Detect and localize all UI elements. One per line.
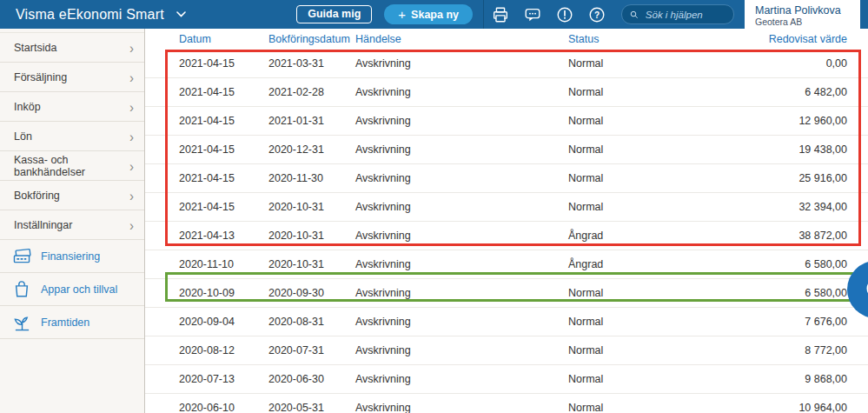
sidebar-item-finansiering[interactable]: Finansiering — [0, 240, 144, 273]
svg-text:?: ? — [593, 10, 599, 19]
printer-icon[interactable] — [483, 0, 516, 29]
table-row[interactable]: 2021-04-15 2020-11-30 Avskrivning Normal… — [145, 164, 868, 193]
table-row[interactable]: 2020-06-10 2020-05-31 Avskrivning Normal… — [145, 394, 868, 413]
cell-handelse: Avskrivning — [355, 143, 568, 156]
cell-datum: 2020-10-09 — [179, 287, 268, 299]
sidebar-item-label: Bokföring — [14, 190, 60, 202]
search-input[interactable] — [644, 9, 726, 21]
user-menu[interactable]: Martina Polivkova Geotera AB — [745, 0, 868, 30]
sidebar-item-label: Kassa- och bankhändelser — [14, 154, 129, 178]
cell-redovisat-varde: 8 772,00 — [747, 344, 847, 356]
sidebar-item-inst-llningar[interactable]: Inställningar › — [0, 210, 144, 240]
sidebar-item-kassa-och-bankh-ndelser[interactable]: Kassa- och bankhändelser › — [0, 151, 144, 181]
cell-redovisat-varde: 25 916,00 — [747, 172, 847, 184]
sidebar-item-appar-och-tillval[interactable]: Appar och tillval — [0, 273, 144, 306]
chevron-right-icon: › — [129, 188, 134, 203]
sidebar: Startsida › Försäljning › Inköp › Lön › … — [0, 29, 145, 413]
top-bar: Visma eEkonomi Smart Guida mig + Skapa n… — [0, 0, 868, 29]
chevron-right-icon: › — [129, 129, 134, 143]
column-header-h-ndelse[interactable]: Händelse — [355, 33, 568, 45]
cell-datum: 2020-08-12 — [179, 344, 268, 356]
sidebar-item-f-rs-ljning[interactable]: Försäljning › — [0, 63, 144, 92]
cell-bokforingsdatum: 2020-05-31 — [268, 402, 355, 413]
column-header-status[interactable]: Status — [568, 33, 747, 45]
cash-icon — [12, 247, 31, 266]
cell-bokforingsdatum: 2020-10-31 — [268, 258, 355, 270]
table-row[interactable]: 2020-08-12 2020-07-31 Avskrivning Normal… — [145, 336, 868, 365]
user-company: Geotera AB — [755, 17, 858, 27]
cell-status: Normal — [568, 402, 747, 413]
sidebar-tool-label: Appar och tillval — [41, 283, 117, 296]
shopping-bag-icon — [12, 280, 31, 299]
chat-bubble-icon — [863, 276, 868, 303]
column-header-datum[interactable]: Datum — [179, 33, 268, 45]
cell-datum: 2021-04-15 — [179, 57, 268, 70]
cell-datum: 2020-11-10 — [179, 258, 268, 270]
sidebar-item-framtiden[interactable]: Framtiden — [0, 306, 144, 339]
cell-redovisat-varde: 6 580,00 — [747, 258, 847, 270]
cell-redovisat-varde: 32 394,00 — [747, 201, 847, 213]
cell-bokforingsdatum: 2020-07-31 — [268, 344, 355, 356]
cell-status: Normal — [568, 115, 747, 127]
column-header-bokf-ringsdatum[interactable]: Bokföringsdatum — [268, 33, 355, 45]
cell-status: Normal — [568, 373, 747, 385]
help-search[interactable] — [621, 4, 734, 24]
table-row[interactable]: 2020-11-10 2020-10-31 Avskrivning Ångrad… — [145, 250, 868, 279]
table-row[interactable]: 2021-04-15 2021-01-31 Avskrivning Normal… — [145, 107, 868, 136]
chevron-down-icon[interactable] — [176, 11, 186, 17]
cell-status: Normal — [568, 57, 747, 70]
sidebar-item-startsida[interactable]: Startsida › — [0, 32, 144, 63]
cell-bokforingsdatum: 2021-03-31 — [268, 57, 355, 70]
sidebar-item-label: Inköp — [14, 101, 41, 113]
sidebar-item-bokf-ring[interactable]: Bokföring › — [0, 181, 144, 210]
cell-bokforingsdatum: 2020-10-31 — [268, 230, 355, 242]
cell-redovisat-varde: 38 872,00 — [747, 230, 847, 242]
table-row[interactable]: 2021-04-15 2020-12-31 Avskrivning Normal… — [145, 136, 868, 164]
cell-redovisat-varde: 6 580,00 — [747, 287, 847, 299]
cell-handelse: Avskrivning — [355, 258, 568, 270]
table-row[interactable]: 2020-07-13 2020-06-30 Avskrivning Normal… — [145, 365, 868, 394]
cell-status: Normal — [568, 172, 747, 184]
table-row[interactable]: 2020-09-04 2020-08-31 Avskrivning Normal… — [145, 308, 868, 336]
sidebar-item-label: Startsida — [14, 42, 56, 54]
create-new-button[interactable]: + Skapa ny — [384, 4, 473, 24]
sidebar-item-l-n[interactable]: Lön › — [0, 122, 144, 151]
cell-datum: 2021-04-15 — [179, 172, 268, 184]
chevron-right-icon: › — [129, 99, 134, 114]
cell-status: Ångrad — [568, 230, 747, 242]
user-name: Martina Polivkova — [755, 4, 858, 17]
cell-status: Normal — [568, 201, 747, 213]
chat-icon[interactable] — [516, 0, 548, 29]
column-header-redovisat-v-rde[interactable]: Redovisat värde — [747, 33, 847, 45]
alert-icon[interactable] — [548, 0, 580, 29]
table-row[interactable]: 2021-04-15 2020-10-31 Avskrivning Normal… — [145, 193, 868, 222]
cell-handelse: Avskrivning — [355, 115, 568, 127]
cell-status: Ångrad — [568, 258, 747, 270]
sidebar-tool-label: Framtiden — [41, 316, 89, 329]
cell-handelse: Avskrivning — [355, 201, 568, 213]
table-row[interactable]: 2020-10-09 2020-09-30 Avskrivning Normal… — [145, 279, 868, 308]
cell-redovisat-varde: 19 438,00 — [747, 143, 847, 156]
sidebar-item-ink-p[interactable]: Inköp › — [0, 92, 144, 122]
cell-datum: 2021-04-13 — [179, 230, 268, 242]
chevron-right-icon: › — [129, 70, 134, 84]
table-row[interactable]: 2021-04-13 2020-10-31 Avskrivning Ångrad… — [145, 222, 868, 250]
cell-status: Normal — [568, 143, 747, 156]
table-body: 2021-04-15 2021-03-31 Avskrivning Normal… — [145, 50, 868, 413]
sidebar-tools: Finansiering Appar och tillval Framtiden — [0, 240, 144, 339]
table-row[interactable]: 2021-04-15 2021-02-28 Avskrivning Normal… — [145, 78, 868, 107]
guide-me-button[interactable]: Guida mig — [296, 5, 372, 23]
cell-handelse: Avskrivning — [355, 344, 568, 356]
cell-redovisat-varde: 6 482,00 — [747, 86, 847, 98]
cell-datum: 2020-06-10 — [179, 402, 268, 413]
table-row[interactable]: 2021-04-15 2021-03-31 Avskrivning Normal… — [145, 50, 868, 78]
cell-datum: 2021-04-15 — [179, 143, 268, 156]
cell-bokforingsdatum: 2020-11-30 — [268, 172, 355, 184]
help-icon[interactable]: ? — [580, 0, 613, 29]
cell-handelse: Avskrivning — [355, 57, 568, 70]
cell-handelse: Avskrivning — [355, 287, 568, 299]
chevron-right-icon: › — [129, 217, 134, 232]
sprout-icon — [12, 313, 31, 332]
app-title: Visma eEkonomi Smart — [0, 7, 164, 23]
cell-datum: 2021-04-15 — [179, 115, 268, 127]
